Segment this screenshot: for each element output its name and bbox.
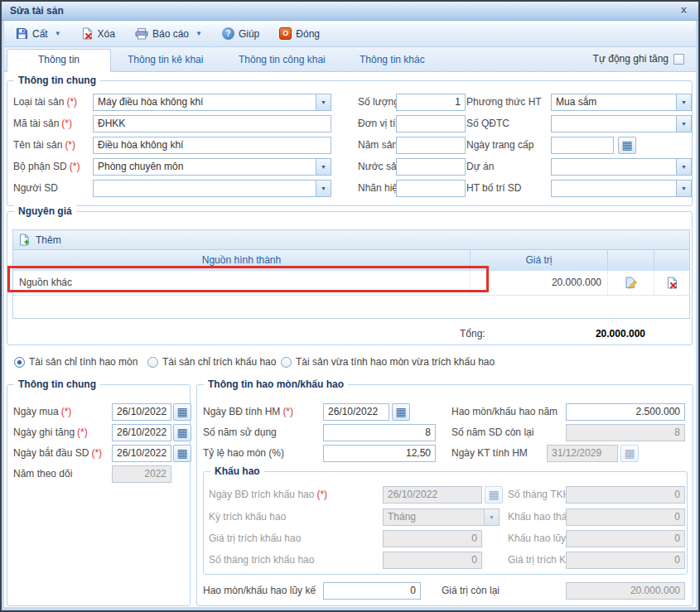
- cell-value[interactable]: 20.000.000: [471, 271, 608, 295]
- field-label: Số QĐTC: [466, 115, 509, 133]
- calendar-icon[interactable]: [392, 403, 410, 421]
- user-select[interactable]: ▼: [93, 180, 331, 197]
- calendar-icon[interactable]: [173, 403, 191, 421]
- field-label: Số năm SD còn lại: [451, 424, 533, 441]
- chevron-down-icon[interactable]: ▼: [676, 181, 691, 196]
- delete-icon: [81, 27, 94, 40]
- checkbox-icon[interactable]: [673, 54, 684, 65]
- auto-register-checkbox[interactable]: Tự động ghi tăng: [593, 53, 684, 65]
- chevron-down-icon[interactable]: ▼: [316, 94, 331, 110]
- start-use-date-input[interactable]: 26/10/2022: [112, 445, 171, 462]
- tab-public-info[interactable]: Thông tin công khai: [221, 50, 343, 70]
- decision-no-select[interactable]: ▼: [551, 115, 692, 133]
- amort-start-date-input: 26/10/2022: [383, 486, 482, 504]
- calendar-icon: [620, 445, 639, 462]
- field-label: HT bố trí SD: [466, 180, 521, 197]
- chevron-down-icon[interactable]: ▼: [676, 116, 691, 132]
- purchase-date-input[interactable]: 26/10/2022: [112, 403, 171, 421]
- help-button[interactable]: Giúp: [219, 25, 263, 42]
- close-dialog-button[interactable]: Đóng: [276, 25, 323, 42]
- radio-amortization-only[interactable]: Tài sản chỉ trích khấu hao: [147, 355, 276, 369]
- group-title: Thông tin hao mòn/khấu hao: [204, 378, 348, 390]
- column-header-delete: [654, 250, 689, 271]
- help-icon: [222, 27, 234, 40]
- brand-input[interactable]: [396, 180, 466, 197]
- delete-icon: [666, 277, 678, 289]
- year-made-input[interactable]: [396, 137, 466, 154]
- tab-other-info[interactable]: Thông tin khác: [342, 50, 442, 70]
- wear-rate-input[interactable]: 12,50: [323, 445, 436, 462]
- chevron-down-icon[interactable]: ▼: [55, 30, 61, 37]
- field-label: Người SD: [13, 180, 58, 197]
- field-label: Số năm sử dụng: [203, 424, 277, 441]
- chevron-down-icon: ▼: [484, 509, 499, 525]
- title-bar[interactable]: Sửa tài sản x: [2, 2, 698, 21]
- row-edit-button[interactable]: [608, 271, 654, 295]
- asset-code-input[interactable]: ĐHKK: [93, 115, 331, 133]
- remaining-value-input: 20.000.000: [566, 582, 685, 600]
- amort-value-left-input: 0: [566, 552, 685, 569]
- save-button[interactable]: Cất ▼: [12, 25, 65, 42]
- toolbar: Cất ▼ Xóa Báo cáo ▼: [4, 21, 696, 47]
- field-label: Loại tài sản(*): [13, 94, 77, 111]
- use-years-input[interactable]: 8: [323, 424, 436, 441]
- chevron-down-icon[interactable]: ▼: [316, 159, 331, 175]
- funding-source-grid: Thêm Nguồn hình thành Giá trị Nguồn khác…: [12, 229, 690, 319]
- field-label: Ngày ghi tăng(*): [13, 424, 88, 441]
- field-label: Ngày BĐ tính HM(*): [203, 403, 293, 421]
- group-title: Nguyên giá: [14, 205, 76, 217]
- calendar-icon[interactable]: [618, 137, 636, 154]
- field-label: Kỳ trích khấu hao: [209, 508, 286, 526]
- chevron-down-icon[interactable]: ▼: [676, 159, 691, 175]
- chevron-down-icon[interactable]: ▼: [316, 181, 331, 196]
- field-label: Tỷ lệ hao mòn (%): [203, 445, 284, 462]
- field-label: Ngày BĐ trích khấu hao(*): [209, 486, 327, 504]
- amort-value-input: 0: [383, 530, 482, 547]
- field-label: Năm theo dõi: [13, 465, 72, 483]
- column-header-value[interactable]: Giá trị: [471, 250, 608, 271]
- group-title: Thông tin chung: [14, 378, 100, 390]
- field-label: Tên tài sản(*): [13, 137, 75, 154]
- field-label: Ngày bắt đầu SD(*): [13, 445, 102, 462]
- radio-wear-only[interactable]: Tài sản chỉ tính hao mòn: [14, 355, 138, 369]
- calendar-icon: [485, 486, 503, 504]
- using-dept-select[interactable]: Phòng chuyên môn ▼: [93, 158, 331, 176]
- delete-button[interactable]: Xóa: [78, 25, 118, 42]
- radio-icon[interactable]: [281, 357, 292, 368]
- supply-date-input[interactable]: [551, 137, 614, 154]
- wear-start-date-input[interactable]: 26/10/2022: [323, 403, 389, 421]
- add-source-button[interactable]: Thêm: [13, 230, 689, 250]
- record-date-input[interactable]: 26/10/2022: [112, 424, 171, 441]
- asset-name-input[interactable]: Điều hòa không khí: [93, 137, 331, 154]
- field-label: Giá trị còn lại: [442, 582, 500, 600]
- country-made-input[interactable]: [396, 158, 466, 176]
- amort-period-select: Tháng ▼: [383, 508, 500, 526]
- power-icon: [279, 27, 292, 40]
- column-header-source[interactable]: Nguồn hình thành: [13, 250, 471, 271]
- report-button[interactable]: Báo cáo ▼: [132, 25, 205, 42]
- total-value: 20.000.000: [541, 325, 645, 342]
- months-left-input: 0: [566, 486, 685, 504]
- table-row[interactable]: Nguồn khác 20.000.000: [13, 271, 689, 296]
- radio-wear-and-amortization[interactable]: Tài sản vừa tính hao mòn vừa trích khấu …: [281, 355, 495, 369]
- allocation-select[interactable]: ▼: [551, 180, 692, 197]
- close-icon[interactable]: x: [678, 3, 690, 16]
- quantity-input[interactable]: 1: [396, 94, 466, 111]
- accumulated-wear-input[interactable]: 0: [323, 582, 421, 600]
- project-select[interactable]: ▼: [551, 158, 692, 176]
- field-label: Mã tài sản(*): [13, 115, 72, 133]
- unit-input[interactable]: [396, 115, 466, 133]
- tab-declaration-info[interactable]: Thông tin kê khai: [110, 50, 220, 70]
- calendar-icon[interactable]: [173, 445, 191, 462]
- chevron-down-icon[interactable]: ▼: [676, 94, 691, 110]
- chevron-down-icon[interactable]: ▼: [196, 30, 202, 37]
- calendar-icon[interactable]: [173, 424, 191, 441]
- cell-source[interactable]: Nguồn khác: [13, 271, 471, 295]
- radio-icon[interactable]: [147, 357, 158, 368]
- row-delete-button[interactable]: [654, 271, 689, 295]
- tab-general-info[interactable]: Thông tin chung: [7, 49, 111, 72]
- radio-icon[interactable]: [14, 357, 25, 368]
- acquire-method-select[interactable]: Mua sắm ▼: [551, 94, 692, 111]
- asset-type-select[interactable]: Máy điều hòa không khí ▼: [93, 94, 331, 111]
- annual-wear-input[interactable]: 2.500.000: [566, 403, 685, 421]
